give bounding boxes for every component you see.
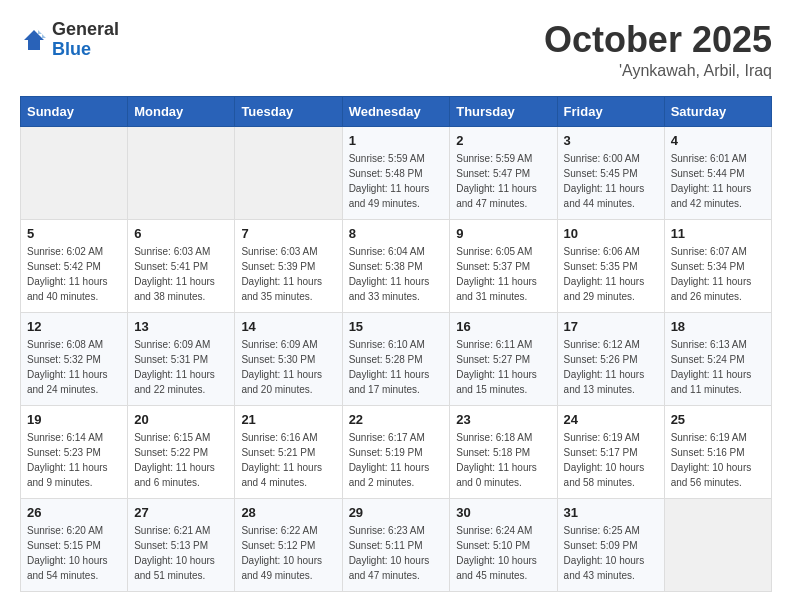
sunset-text: Sunset: 5:23 PM <box>27 447 101 458</box>
day-info: Sunrise: 6:03 AM Sunset: 5:39 PM Dayligh… <box>241 244 335 304</box>
day-number: 22 <box>349 412 444 427</box>
calendar-cell: 6 Sunrise: 6:03 AM Sunset: 5:41 PM Dayli… <box>128 219 235 312</box>
weekday-header-thursday: Thursday <box>450 96 557 126</box>
sunrise-text: Sunrise: 6:06 AM <box>564 246 640 257</box>
daylight-text: Daylight: 11 hours and 2 minutes. <box>349 462 430 488</box>
day-number: 27 <box>134 505 228 520</box>
day-info: Sunrise: 6:14 AM Sunset: 5:23 PM Dayligh… <box>27 430 121 490</box>
calendar-cell: 1 Sunrise: 5:59 AM Sunset: 5:48 PM Dayli… <box>342 126 450 219</box>
day-number: 1 <box>349 133 444 148</box>
day-info: Sunrise: 6:23 AM Sunset: 5:11 PM Dayligh… <box>349 523 444 583</box>
calendar-cell: 11 Sunrise: 6:07 AM Sunset: 5:34 PM Dayl… <box>664 219 771 312</box>
weekday-header-tuesday: Tuesday <box>235 96 342 126</box>
day-number: 12 <box>27 319 121 334</box>
sunrise-text: Sunrise: 6:05 AM <box>456 246 532 257</box>
day-info: Sunrise: 6:12 AM Sunset: 5:26 PM Dayligh… <box>564 337 658 397</box>
sunrise-text: Sunrise: 6:01 AM <box>671 153 747 164</box>
sunrise-text: Sunrise: 6:25 AM <box>564 525 640 536</box>
daylight-text: Daylight: 11 hours and 15 minutes. <box>456 369 537 395</box>
sunset-text: Sunset: 5:30 PM <box>241 354 315 365</box>
sunrise-text: Sunrise: 6:09 AM <box>134 339 210 350</box>
sunrise-text: Sunrise: 6:07 AM <box>671 246 747 257</box>
weekday-header-wednesday: Wednesday <box>342 96 450 126</box>
day-number: 5 <box>27 226 121 241</box>
calendar-week-3: 12 Sunrise: 6:08 AM Sunset: 5:32 PM Dayl… <box>21 312 772 405</box>
day-number: 15 <box>349 319 444 334</box>
calendar-cell: 4 Sunrise: 6:01 AM Sunset: 5:44 PM Dayli… <box>664 126 771 219</box>
sunset-text: Sunset: 5:26 PM <box>564 354 638 365</box>
month-title: October 2025 <box>544 20 772 60</box>
sunrise-text: Sunrise: 6:13 AM <box>671 339 747 350</box>
sunrise-text: Sunrise: 6:03 AM <box>241 246 317 257</box>
sunset-text: Sunset: 5:24 PM <box>671 354 745 365</box>
day-info: Sunrise: 6:24 AM Sunset: 5:10 PM Dayligh… <box>456 523 550 583</box>
calendar-cell: 23 Sunrise: 6:18 AM Sunset: 5:18 PM Dayl… <box>450 405 557 498</box>
day-info: Sunrise: 6:13 AM Sunset: 5:24 PM Dayligh… <box>671 337 765 397</box>
calendar-cell <box>235 126 342 219</box>
calendar-table: SundayMondayTuesdayWednesdayThursdayFrid… <box>20 96 772 592</box>
day-info: Sunrise: 6:05 AM Sunset: 5:37 PM Dayligh… <box>456 244 550 304</box>
sunset-text: Sunset: 5:35 PM <box>564 261 638 272</box>
day-number: 21 <box>241 412 335 427</box>
logo-icon <box>20 26 48 54</box>
calendar-cell: 29 Sunrise: 6:23 AM Sunset: 5:11 PM Dayl… <box>342 498 450 591</box>
sunset-text: Sunset: 5:31 PM <box>134 354 208 365</box>
daylight-text: Daylight: 10 hours and 45 minutes. <box>456 555 537 581</box>
logo-blue-text: Blue <box>52 39 91 59</box>
daylight-text: Daylight: 10 hours and 58 minutes. <box>564 462 645 488</box>
sunset-text: Sunset: 5:11 PM <box>349 540 423 551</box>
calendar-cell: 25 Sunrise: 6:19 AM Sunset: 5:16 PM Dayl… <box>664 405 771 498</box>
day-info: Sunrise: 6:15 AM Sunset: 5:22 PM Dayligh… <box>134 430 228 490</box>
calendar-cell: 10 Sunrise: 6:06 AM Sunset: 5:35 PM Dayl… <box>557 219 664 312</box>
daylight-text: Daylight: 10 hours and 56 minutes. <box>671 462 752 488</box>
sunrise-text: Sunrise: 6:17 AM <box>349 432 425 443</box>
day-info: Sunrise: 5:59 AM Sunset: 5:48 PM Dayligh… <box>349 151 444 211</box>
weekday-header-monday: Monday <box>128 96 235 126</box>
day-number: 19 <box>27 412 121 427</box>
calendar-cell: 13 Sunrise: 6:09 AM Sunset: 5:31 PM Dayl… <box>128 312 235 405</box>
day-info: Sunrise: 6:09 AM Sunset: 5:31 PM Dayligh… <box>134 337 228 397</box>
calendar-cell: 24 Sunrise: 6:19 AM Sunset: 5:17 PM Dayl… <box>557 405 664 498</box>
weekday-header-sunday: Sunday <box>21 96 128 126</box>
sunrise-text: Sunrise: 6:22 AM <box>241 525 317 536</box>
sunrise-text: Sunrise: 6:15 AM <box>134 432 210 443</box>
calendar-cell: 8 Sunrise: 6:04 AM Sunset: 5:38 PM Dayli… <box>342 219 450 312</box>
calendar-cell <box>21 126 128 219</box>
sunrise-text: Sunrise: 6:02 AM <box>27 246 103 257</box>
day-number: 16 <box>456 319 550 334</box>
sunset-text: Sunset: 5:47 PM <box>456 168 530 179</box>
sunrise-text: Sunrise: 6:03 AM <box>134 246 210 257</box>
sunset-text: Sunset: 5:38 PM <box>349 261 423 272</box>
weekday-header-friday: Friday <box>557 96 664 126</box>
day-number: 4 <box>671 133 765 148</box>
sunset-text: Sunset: 5:27 PM <box>456 354 530 365</box>
daylight-text: Daylight: 11 hours and 33 minutes. <box>349 276 430 302</box>
calendar-cell: 30 Sunrise: 6:24 AM Sunset: 5:10 PM Dayl… <box>450 498 557 591</box>
daylight-text: Daylight: 10 hours and 47 minutes. <box>349 555 430 581</box>
day-number: 31 <box>564 505 658 520</box>
day-info: Sunrise: 6:07 AM Sunset: 5:34 PM Dayligh… <box>671 244 765 304</box>
sunrise-text: Sunrise: 6:08 AM <box>27 339 103 350</box>
calendar-cell <box>664 498 771 591</box>
day-number: 2 <box>456 133 550 148</box>
calendar-cell: 9 Sunrise: 6:05 AM Sunset: 5:37 PM Dayli… <box>450 219 557 312</box>
day-info: Sunrise: 6:19 AM Sunset: 5:16 PM Dayligh… <box>671 430 765 490</box>
calendar-cell: 31 Sunrise: 6:25 AM Sunset: 5:09 PM Dayl… <box>557 498 664 591</box>
sunset-text: Sunset: 5:44 PM <box>671 168 745 179</box>
daylight-text: Daylight: 11 hours and 4 minutes. <box>241 462 322 488</box>
daylight-text: Daylight: 11 hours and 24 minutes. <box>27 369 108 395</box>
sunrise-text: Sunrise: 6:21 AM <box>134 525 210 536</box>
sunset-text: Sunset: 5:09 PM <box>564 540 638 551</box>
day-info: Sunrise: 6:21 AM Sunset: 5:13 PM Dayligh… <box>134 523 228 583</box>
sunset-text: Sunset: 5:28 PM <box>349 354 423 365</box>
sunset-text: Sunset: 5:21 PM <box>241 447 315 458</box>
day-number: 13 <box>134 319 228 334</box>
daylight-text: Daylight: 11 hours and 11 minutes. <box>671 369 752 395</box>
daylight-text: Daylight: 11 hours and 44 minutes. <box>564 183 645 209</box>
sunset-text: Sunset: 5:15 PM <box>27 540 101 551</box>
logo: General Blue <box>20 20 119 60</box>
day-number: 8 <box>349 226 444 241</box>
daylight-text: Daylight: 11 hours and 0 minutes. <box>456 462 537 488</box>
sunset-text: Sunset: 5:41 PM <box>134 261 208 272</box>
daylight-text: Daylight: 11 hours and 47 minutes. <box>456 183 537 209</box>
